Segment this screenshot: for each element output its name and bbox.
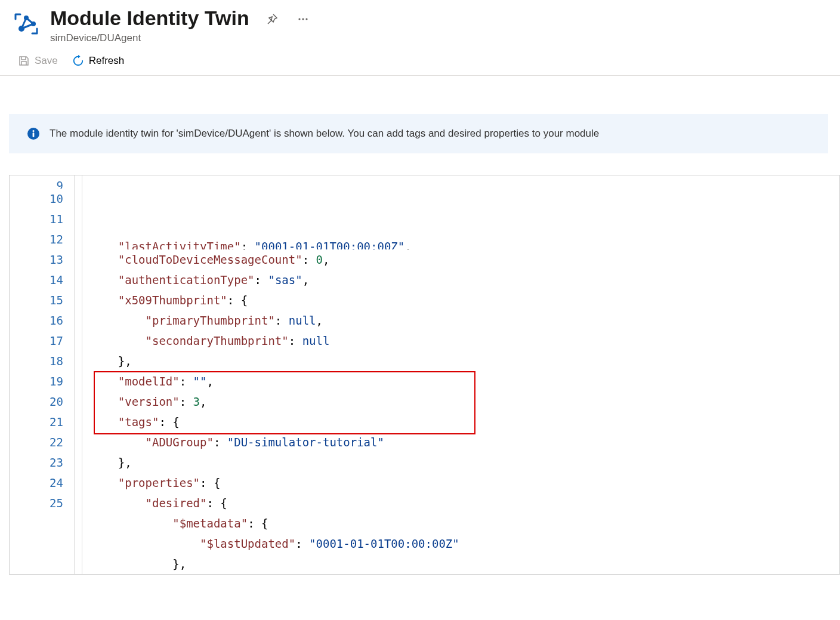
svg-line-5 [26, 18, 33, 24]
line-number: 25 [10, 493, 63, 513]
toolbar: Save Refresh [0, 44, 840, 76]
refresh-icon [72, 55, 84, 67]
code-line[interactable]: "authenticationType": "sas", [91, 270, 839, 290]
code-line[interactable]: "$lastUpdated": "0001-01-01T00:00:00Z" [91, 533, 839, 554]
code-line[interactable]: "modelId": "", [91, 371, 839, 391]
breadcrumb: simDevice/DUAgent [50, 32, 828, 44]
code-line[interactable]: "lastActivityTime": "0001-01-01T00:00:00… [91, 236, 839, 249]
svg-rect-11 [33, 132, 35, 137]
code-line[interactable]: }, [91, 351, 839, 371]
line-number: 10 [10, 189, 63, 209]
svg-point-8 [305, 18, 307, 20]
more-actions-button[interactable] [295, 11, 311, 27]
code-line[interactable]: }, [91, 554, 839, 574]
info-icon [27, 127, 40, 140]
code-line[interactable]: "tags": { [91, 412, 839, 432]
code-line[interactable]: "primaryThumbprint": null, [91, 310, 839, 331]
svg-point-10 [32, 130, 34, 132]
line-number-gutter: 910111213141516171819202122232425 [10, 175, 74, 574]
line-number: 18 [10, 351, 63, 371]
info-text: The module identity twin for 'simDevice/… [50, 128, 599, 140]
code-line[interactable]: }, [91, 452, 839, 473]
ellipsis-icon [297, 13, 309, 25]
line-number: 23 [10, 452, 63, 473]
code-line[interactable]: "properties": { [91, 473, 839, 493]
page-root: Module Identity Twin [0, 0, 840, 620]
line-number: 20 [10, 391, 63, 412]
code-line[interactable]: "ADUGroup": "DU-simulator-tutorial" [91, 432, 839, 452]
info-bar: The module identity twin for 'simDevice/… [9, 114, 828, 153]
line-number: 19 [10, 371, 63, 391]
save-label: Save [35, 55, 58, 67]
page-header: Module Identity Twin [0, 6, 840, 44]
save-icon [18, 55, 30, 67]
svg-point-6 [298, 18, 300, 20]
save-button[interactable]: Save [18, 55, 58, 67]
pin-icon [266, 13, 278, 25]
json-editor[interactable]: 910111213141516171819202122232425 "lastA… [9, 175, 840, 575]
line-number: 21 [10, 412, 63, 432]
refresh-label: Refresh [89, 55, 125, 67]
code-line[interactable]: "secondaryThumbprint": null [91, 331, 839, 351]
pin-button[interactable] [264, 11, 280, 27]
line-number: 9 [10, 175, 63, 189]
line-number: 17 [10, 331, 63, 351]
page-title: Module Identity Twin [50, 6, 249, 30]
refresh-button[interactable]: Refresh [72, 55, 125, 67]
line-number: 14 [10, 270, 63, 290]
code-line[interactable]: "desired": { [91, 493, 839, 513]
line-number: 11 [10, 209, 63, 229]
line-number: 24 [10, 473, 63, 493]
page-title-row: Module Identity Twin [50, 6, 828, 30]
line-number: 12 [10, 229, 63, 249]
code-line[interactable]: "version": 3, [91, 391, 839, 412]
code-line[interactable]: "x509Thumbprint": { [91, 290, 839, 310]
module-identity-icon [12, 10, 41, 38]
line-number: 13 [10, 249, 63, 270]
code-line[interactable]: "cloudToDeviceMessageCount": 0, [91, 249, 839, 270]
code-area[interactable]: "lastActivityTime": "0001-01-01T00:00:00… [74, 175, 839, 574]
line-number: 22 [10, 432, 63, 452]
svg-point-7 [302, 18, 304, 20]
line-number: 16 [10, 310, 63, 331]
line-number: 15 [10, 290, 63, 310]
code-line[interactable]: "$metadata": { [91, 513, 839, 533]
